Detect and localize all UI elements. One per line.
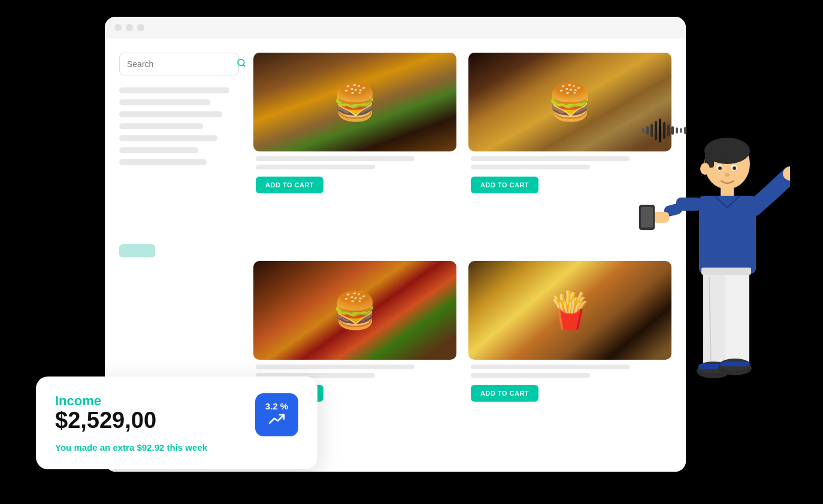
income-amount: $2,529,00	[55, 409, 156, 432]
sidebar-lines	[119, 87, 239, 165]
browser-dot-2	[126, 24, 133, 31]
svg-point-25	[718, 166, 722, 170]
search-input[interactable]	[127, 59, 232, 69]
browser-dot-3	[137, 24, 144, 31]
income-extra-amount: $92.92	[137, 442, 164, 453]
add-to-cart-button-4[interactable]: ADD TO CART	[471, 385, 538, 402]
svg-rect-13	[703, 269, 727, 371]
svg-point-23	[700, 163, 710, 175]
badge-percent: 3.2 %	[265, 401, 288, 411]
product-price-line	[256, 165, 375, 169]
product-lines-1	[253, 156, 456, 169]
product-lines-3	[253, 365, 456, 378]
trend-up-icon	[268, 412, 285, 429]
browser-dot-1	[114, 24, 122, 31]
food-emoji-3: 🍔	[253, 261, 456, 360]
income-sub-prefix: You made an extra	[55, 442, 137, 453]
product-price-line	[471, 373, 590, 378]
sidebar-line	[119, 87, 229, 93]
svg-point-28	[725, 173, 730, 177]
svg-rect-15	[701, 268, 751, 275]
income-header: Income $2,529,00 3.2 %	[55, 393, 298, 436]
svg-rect-14	[725, 269, 749, 368]
food-emoji-1: 🍔	[253, 53, 456, 151]
sidebar-line	[119, 111, 222, 117]
income-title: Income	[55, 393, 156, 409]
search-icon	[237, 58, 246, 70]
product-title-line	[471, 365, 630, 369]
product-image-1: 🍔	[253, 53, 456, 151]
browser-dots	[114, 24, 144, 31]
svg-line-1	[243, 65, 245, 66]
sidebar-line	[119, 159, 207, 165]
sidebar-line	[119, 99, 210, 105]
income-left: Income $2,529,00	[55, 393, 156, 432]
product-title-line	[471, 156, 630, 161]
sidebar-filter-button[interactable]	[119, 244, 155, 257]
product-card-1: 🍔 ADD TO CART	[253, 53, 456, 249]
sidebar-line	[119, 123, 203, 129]
browser-titlebar	[105, 17, 686, 38]
product-price-line	[471, 165, 590, 169]
add-to-cart-button-2[interactable]: ADD TO CART	[471, 177, 538, 193]
product-title-line	[256, 365, 414, 369]
svg-rect-9	[652, 212, 669, 223]
search-box[interactable]	[119, 53, 239, 75]
income-badge: 3.2 %	[255, 393, 298, 436]
svg-rect-11	[641, 207, 653, 227]
sidebar-line	[119, 147, 198, 153]
income-subtitle: You made an extra $92.92 this week	[55, 442, 298, 453]
product-image-3: 🍔	[253, 261, 456, 360]
income-card: Income $2,529,00 3.2 % You made an extra…	[36, 377, 317, 469]
svg-rect-22	[721, 362, 749, 366]
svg-point-27	[733, 166, 736, 170]
sidebar-line	[119, 135, 217, 141]
person-illustration	[616, 121, 790, 492]
income-sub-suffix: this week	[164, 442, 207, 453]
product-title-line	[256, 156, 414, 161]
add-to-cart-button-1[interactable]: ADD TO CART	[256, 177, 323, 193]
